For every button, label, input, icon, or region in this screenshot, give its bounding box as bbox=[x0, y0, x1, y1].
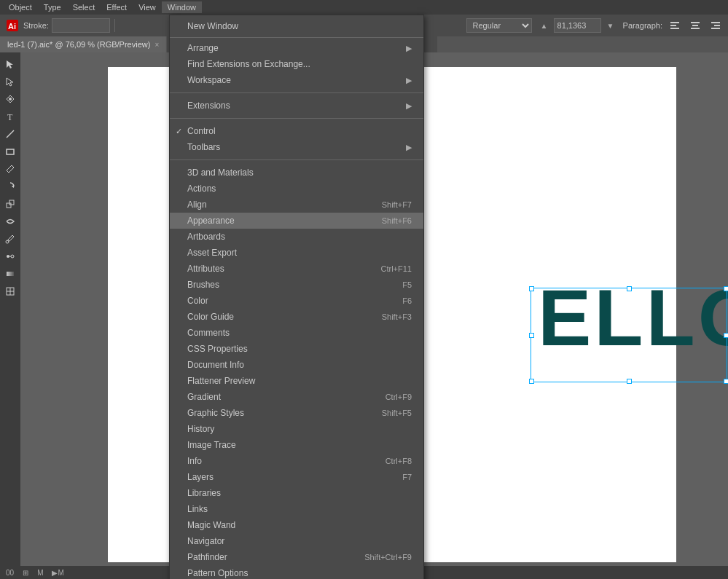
doc-tab-title: led-1 (7).aic* @ 76,09 % (RGB/Preview) bbox=[7, 40, 150, 49]
menu-type[interactable]: Type bbox=[38, 1, 67, 13]
menu-item-layers[interactable]: Layers F7 bbox=[170, 469, 423, 485]
menu-view[interactable]: View bbox=[133, 1, 162, 13]
font-size-down[interactable]: ▼ bbox=[603, 17, 619, 34]
menu-item-asset-export[interactable]: Asset Export bbox=[170, 245, 423, 261]
canvas-text: ELLO bbox=[538, 271, 728, 363]
menu-item-arrange[interactable]: Arrange ▶ bbox=[170, 40, 423, 56]
mesh-tool-icon[interactable] bbox=[2, 283, 18, 299]
arrow-icon: ▶ bbox=[406, 76, 412, 85]
svg-rect-5 bbox=[691, 22, 700, 23]
menu-item-navigator[interactable]: Navigator bbox=[170, 533, 423, 549]
font-size-input[interactable] bbox=[554, 18, 601, 33]
type-tool-icon[interactable]: T bbox=[2, 109, 18, 125]
rectangle-tool-icon[interactable] bbox=[2, 143, 18, 159]
menu-window[interactable]: Window bbox=[162, 1, 202, 13]
menu-item-artboards[interactable]: Artboards bbox=[170, 229, 423, 245]
menu-item-label: Pathfinder bbox=[187, 552, 227, 562]
align-right-icon[interactable] bbox=[708, 17, 724, 34]
menu-item-document-info[interactable]: Document Info bbox=[170, 357, 423, 373]
menu-item-graphic-styles[interactable]: Graphic Styles Shift+F5 bbox=[170, 405, 423, 421]
select-tool-icon[interactable] bbox=[2, 56, 18, 72]
handle-tl[interactable] bbox=[529, 286, 534, 291]
menu-item-comments[interactable]: Comments bbox=[170, 325, 423, 341]
menu-item-libraries[interactable]: Libraries bbox=[170, 485, 423, 501]
handle-ml[interactable] bbox=[529, 333, 534, 338]
menu-item-find-extensions[interactable]: Find Extensions on Exchange... bbox=[170, 56, 423, 72]
scale-tool-icon[interactable] bbox=[2, 196, 18, 212]
gradient-tool-icon[interactable] bbox=[2, 266, 18, 282]
menu-item-image-trace[interactable]: Image Trace bbox=[170, 437, 423, 453]
svg-line-15 bbox=[7, 130, 14, 138]
rotate-tool-icon[interactable] bbox=[2, 178, 18, 194]
menu-item-magic-wand[interactable]: Magic Wand bbox=[170, 517, 423, 533]
menu-bar: Object Type Select Effect View Window bbox=[0, 0, 728, 15]
menu-item-toolbars[interactable]: Toolbars ▶ bbox=[170, 139, 423, 155]
blend-tool-icon[interactable] bbox=[2, 248, 18, 264]
line-tool-icon[interactable] bbox=[2, 126, 18, 142]
menu-item-label: Links bbox=[187, 504, 208, 514]
separator bbox=[170, 92, 423, 93]
menu-item-label: Arrange bbox=[187, 43, 219, 53]
menu-item-flattener-preview[interactable]: Flattener Preview bbox=[170, 373, 423, 389]
menu-item-pathfinder[interactable]: Pathfinder Shift+Ctrl+F9 bbox=[170, 549, 423, 565]
menu-item-label: Flattener Preview bbox=[187, 376, 255, 386]
menu-item-actions[interactable]: Actions bbox=[170, 181, 423, 197]
menu-item-color-guide[interactable]: Color Guide Shift+F3 bbox=[170, 309, 423, 325]
menu-item-new-window[interactable]: New Window bbox=[170, 18, 423, 34]
menu-item-attributes[interactable]: Attributes Ctrl+F11 bbox=[170, 261, 423, 277]
menu-item-history[interactable]: History bbox=[170, 421, 423, 437]
font-style-dropdown[interactable]: Regular bbox=[466, 18, 532, 33]
menu-item-extensions[interactable]: Extensions ▶ bbox=[170, 98, 423, 114]
menu-item-workspace[interactable]: Workspace ▶ bbox=[170, 72, 423, 88]
svg-rect-8 bbox=[711, 22, 720, 23]
warp-tool-icon[interactable] bbox=[2, 213, 18, 229]
handle-bl[interactable] bbox=[529, 379, 534, 384]
ai-icon: Ai bbox=[4, 17, 20, 34]
menu-item-color[interactable]: Color F6 bbox=[170, 293, 423, 309]
menu-item-label: Color Guide bbox=[187, 312, 234, 322]
menu-item-appearance[interactable]: Appearance Shift+F6 bbox=[170, 213, 423, 229]
direct-select-tool-icon[interactable] bbox=[2, 74, 18, 90]
eyedropper-tool-icon[interactable] bbox=[2, 231, 18, 247]
menu-item-gradient[interactable]: Gradient Ctrl+F9 bbox=[170, 389, 423, 405]
menu-item-control[interactable]: ✓ Control bbox=[170, 123, 423, 139]
menu-object[interactable]: Object bbox=[3, 1, 38, 13]
paintbrush-tool-icon[interactable] bbox=[2, 161, 18, 177]
menu-section-newwindow: New Window bbox=[170, 15, 423, 38]
menu-item-label: Appearance bbox=[187, 216, 235, 226]
paragraph-label: Paragraph: bbox=[623, 21, 662, 30]
menu-item-info[interactable]: Info Ctrl+F8 bbox=[170, 453, 423, 469]
svg-point-13 bbox=[9, 98, 12, 101]
separator-1 bbox=[114, 19, 115, 32]
shortcut: F6 bbox=[402, 296, 412, 305]
menu-select[interactable]: Select bbox=[67, 1, 101, 13]
shortcut: Ctrl+F8 bbox=[385, 457, 412, 465]
menu-item-links[interactable]: Links bbox=[170, 501, 423, 517]
align-center-icon[interactable] bbox=[687, 17, 703, 34]
svg-point-21 bbox=[7, 255, 9, 258]
menu-section-panels: 3D and Materials Actions Align Shift+F7 … bbox=[170, 162, 423, 579]
stroke-input[interactable] bbox=[52, 18, 110, 33]
menu-item-label: CSS Properties bbox=[187, 344, 248, 354]
menu-effect[interactable]: Effect bbox=[101, 1, 133, 13]
menu-item-label: Graphic Styles bbox=[187, 408, 244, 418]
doc-tab-close[interactable]: × bbox=[154, 41, 159, 49]
font-size-up[interactable]: ▲ bbox=[536, 17, 552, 34]
menu-item-css-properties[interactable]: CSS Properties bbox=[170, 341, 423, 357]
menu-item-align[interactable]: Align Shift+F7 bbox=[170, 197, 423, 213]
menu-item-pattern-options[interactable]: Pattern Options bbox=[170, 565, 423, 579]
menu-item-label: Pattern Options bbox=[187, 568, 248, 578]
menu-item-brushes[interactable]: Brushes F5 bbox=[170, 277, 423, 293]
pen-tool-icon[interactable] bbox=[2, 91, 18, 107]
align-left-icon[interactable] bbox=[667, 17, 683, 34]
svg-point-20 bbox=[6, 240, 9, 243]
svg-rect-10 bbox=[711, 28, 720, 29]
handle-br[interactable] bbox=[724, 379, 728, 384]
zoom-level: M bbox=[37, 569, 43, 577]
menu-item-label: Color bbox=[187, 296, 208, 306]
doc-tab[interactable]: led-1 (7).aic* @ 76,09 % (RGB/Preview) × bbox=[0, 36, 167, 52]
separator bbox=[170, 159, 423, 160]
handle-bm[interactable] bbox=[627, 379, 632, 384]
shortcut: F7 bbox=[402, 473, 412, 481]
menu-item-3d-materials[interactable]: 3D and Materials bbox=[170, 165, 423, 181]
